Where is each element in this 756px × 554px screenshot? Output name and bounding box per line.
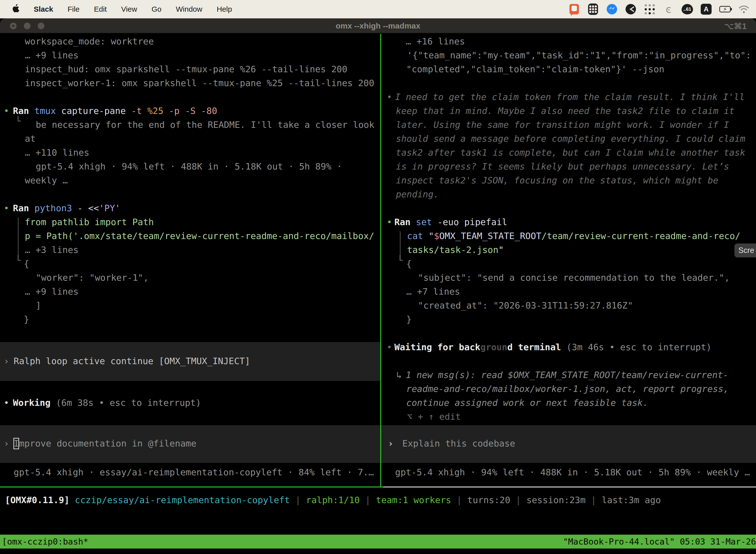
edit-hint: ⌥ + ↑ edit	[407, 410, 461, 424]
battery-icon[interactable]: ⚡	[719, 3, 731, 15]
window-titlebar: omx --xhigh --madmax ⌥⌘1	[0, 18, 756, 33]
output-line: "subject": "send a concise recommendatio…	[418, 271, 730, 285]
input-placeholder: Explain this codebase	[402, 437, 515, 450]
chevron-app-icon[interactable]	[625, 3, 636, 15]
menu-item-edit[interactable]: Edit	[94, 5, 107, 13]
thinking-line: inspect task2's JSON, focusing on the st…	[396, 173, 718, 187]
input-placeholder: Improve documentation in @filename	[14, 437, 196, 450]
menu-item-go[interactable]: Go	[151, 5, 162, 13]
bullet-icon: •	[387, 90, 392, 104]
badge-61-icon[interactable]: ..61	[682, 3, 693, 15]
working-status-line: •	[4, 396, 9, 410]
hook-utility-icon[interactable]: ͼ	[663, 3, 674, 15]
a-badge-icon[interactable]: A	[700, 3, 712, 15]
bullet-icon: •	[387, 215, 392, 229]
tmux-host-clock: "MacBook-Pro-44.local" 05:03 31-Mar-26	[563, 535, 756, 549]
output-line: … +9 lines	[25, 285, 79, 298]
menu-item-file[interactable]: File	[67, 5, 79, 13]
thinking-line: pending.	[396, 187, 439, 201]
bullet-icon: •	[4, 201, 9, 215]
tmux-session-name[interactable]: [omx-cczip0:bash*	[2, 535, 88, 549]
log-line: workspace_mode: worktree	[25, 35, 154, 48]
bullet-icon: •	[4, 104, 9, 118]
messenger-icon[interactable]	[606, 3, 618, 15]
window-shortcut-badge: ⌥⌘1	[724, 21, 747, 31]
dots-grid-icon[interactable]	[644, 3, 655, 15]
message-line: 1 new msg(s): read $OMX_TEAM_STATE_ROOT/…	[406, 368, 728, 382]
menu-app-name[interactable]: Slack	[34, 5, 53, 13]
output-line: "worker": "worker-1",	[36, 271, 148, 285]
prompt-chevron-icon: ›	[4, 354, 9, 368]
code-more-line: … +3 lines	[25, 243, 79, 257]
log-line: inspect_worker-1: omx sparkshell --tmux-…	[25, 76, 374, 90]
log-line: inspect_hud: omx sparkshell --tmux-pane …	[25, 62, 347, 76]
message-line: readme-and-reco/mailbox/worker-1.json, a…	[406, 382, 729, 396]
menu-item-view[interactable]: View	[121, 5, 137, 13]
omx-hud-statusline: [OMX#0.11.9] cczip/essay/ai-reimplementa…	[5, 493, 661, 507]
model-status-line: gpt-5.4 xhigh · essay/ai-reimplementatio…	[14, 465, 374, 479]
chat-input-right[interactable]: › Explain this codebase	[381, 425, 756, 463]
thinking-line: is in progress? It seems likely but perh…	[396, 160, 729, 173]
thinking-line: I need to get the claim token from the c…	[395, 90, 745, 104]
output-line: weekly …	[25, 173, 68, 187]
output-line: {	[406, 257, 412, 271]
prompt-chevron-icon: ›	[388, 437, 393, 450]
thinking-line: keep that in mind. Maybe I also need the…	[396, 104, 735, 118]
output-corner-icon: └	[397, 254, 403, 267]
text-cursor	[13, 438, 19, 449]
output-line: at	[25, 132, 36, 146]
pane-divider[interactable]	[380, 34, 381, 488]
message-line: continue assigned work or next feasible …	[406, 396, 648, 410]
output-line: be necessary for the end of the README. …	[36, 118, 374, 132]
menu-bar: Slack File Edit View Go Window Help ͼ ..…	[0, 0, 756, 18]
command-line: tasks/task-2.json"	[407, 243, 504, 257]
working-status-text: Working (6m 38s • esc to interrupt)	[13, 396, 201, 410]
pane-border-inactive	[383, 487, 756, 488]
wifi-icon[interactable]	[738, 3, 750, 15]
chat-input-left[interactable]: › Improve documentation in @filename	[0, 425, 380, 463]
menu-item-window[interactable]: Window	[176, 5, 202, 13]
output-line: "created_at": "2026-03-31T11:59:27.816Z"	[418, 298, 633, 313]
output-line: ]	[36, 298, 41, 313]
output-corner-icon: └	[15, 114, 21, 128]
log-line: … +16 lines	[406, 35, 465, 48]
code-line: from pathlib import Path	[25, 215, 154, 229]
screen-recording-icon[interactable]	[568, 3, 580, 15]
log-line: '{"team_name":"my-team","task_id":"1","f…	[407, 48, 751, 62]
thinking-line: later. Using the same for transition mig…	[396, 118, 729, 132]
prompt-chevron-icon: ›	[4, 437, 9, 450]
bullet-icon: •	[387, 340, 392, 354]
code-gutter-line	[18, 217, 19, 259]
log-line: "completed","claim_token":"claim-token"}…	[406, 62, 664, 76]
terminal-window: omx --xhigh --madmax ⌥⌘1 workspace_mode:…	[0, 18, 756, 554]
terminal-content[interactable]: workspace_mode: worktree … +9 lines insp…	[0, 34, 756, 554]
grid-shield-icon[interactable]	[587, 3, 599, 15]
output-line: gpt-5.4 xhigh · 94% left · 488K in · 5.1…	[36, 160, 342, 173]
injected-prompt-box[interactable]: › Ralph loop active continue [OMX_TMUX_I…	[0, 342, 380, 381]
log-line: … +9 lines	[25, 48, 79, 62]
apple-menu-icon[interactable]	[12, 4, 19, 15]
output-line: … +7 lines	[406, 285, 460, 298]
pane-border-active	[0, 487, 383, 488]
command-line: Ran tmux capture-pane -t %25 -p -S -80	[13, 104, 217, 118]
output-line: }	[406, 313, 412, 326]
menu-item-help[interactable]: Help	[217, 5, 232, 13]
model-status-line: gpt-5.4 xhigh · 94% left · 488K in · 5.1…	[395, 465, 750, 479]
output-corner-icon: └	[15, 254, 21, 267]
screen-share-tooltip: Scre	[735, 243, 756, 258]
command-line: Ran set -euo pipefail	[394, 215, 507, 229]
thinking-line: should send a message before completing …	[396, 132, 745, 146]
thinking-line: task2 after task1 is complete, but can I…	[396, 146, 745, 160]
output-line: }	[24, 313, 29, 326]
command-line: Ran python3 - <<'PY'	[13, 201, 121, 215]
command-line: cat "$OMX_TEAM_STATE_ROOT/team/review-cu…	[407, 229, 740, 243]
waiting-status-text: Waiting for background terminal (3m 46s …	[394, 340, 712, 354]
window-title: omx --xhigh --madmax	[0, 21, 756, 31]
reply-arrow-icon: ↳	[396, 368, 402, 382]
code-line: p = Path('.omx/state/team/review-current…	[25, 229, 374, 243]
tmux-status-bar: [omx-cczip0:bash* "MacBook-Pro-44.local"…	[0, 535, 756, 549]
output-line: {	[24, 257, 29, 271]
output-line: … +110 lines	[25, 146, 89, 160]
injected-prompt-text: Ralph loop active continue [OMX_TMUX_INJ…	[14, 354, 250, 368]
